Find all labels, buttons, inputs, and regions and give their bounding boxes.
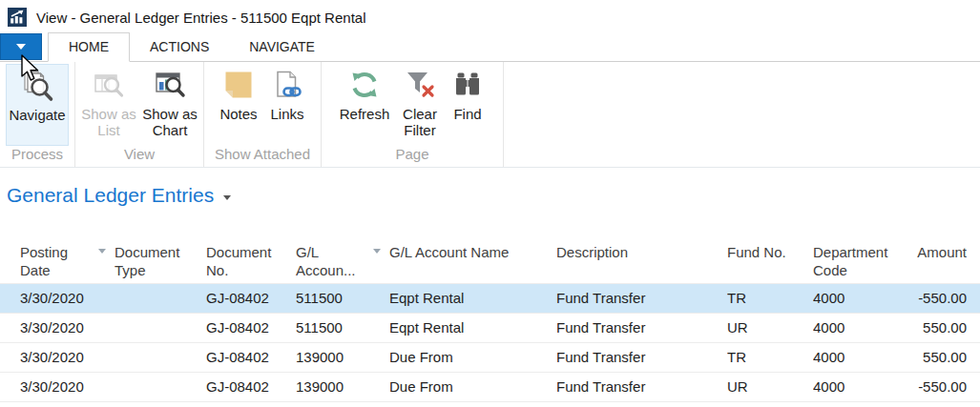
table-row[interactable]: 3/30/2020GJ-08402139000Due FromFund Tran… [0, 373, 980, 402]
find-button-label: Find [453, 106, 481, 122]
cell-amount: -550.00 [897, 373, 980, 401]
show-as-chart-button[interactable]: Show as Chart [140, 64, 199, 144]
cell-posting_date: 3/30/2020 [0, 284, 115, 313]
column-header-label: Posting Date [20, 244, 68, 278]
entries-table-body: 3/30/2020GJ-08402511500Eqpt RentalFund T… [0, 284, 980, 402]
cell-gl_account_name: Eqpt Rental [389, 314, 556, 342]
clear-filter-icon [404, 66, 436, 104]
clear-filter-button[interactable]: Clear Filter [397, 64, 443, 144]
cell-posting_date: 3/30/2020 [0, 343, 115, 372]
ribbon-group-label-show-attached: Show Attached [204, 146, 321, 162]
column-header-description[interactable]: Description [556, 243, 727, 279]
page-title-caret-icon[interactable] [223, 195, 231, 200]
show-as-chart-icon [154, 66, 186, 104]
column-header-label: Document No. [206, 244, 271, 278]
links-icon [272, 66, 302, 104]
cell-fund_no: TR [727, 284, 813, 313]
column-header-label: Document Type [115, 244, 179, 278]
ribbon-group-page: Refresh Clear Filter [322, 62, 504, 167]
cell-document_type [115, 373, 206, 401]
cell-fund_no: UR [727, 373, 813, 401]
table-header-row: Posting DateDocument TypeDocument No.G/L… [0, 237, 980, 284]
window-title: View - General Ledger Entries - 511500 E… [36, 10, 365, 26]
navigate-icon [20, 67, 54, 105]
cell-department_code: 4000 [813, 314, 897, 342]
refresh-button[interactable]: Refresh [334, 64, 395, 144]
cell-gl_account_no: 511500 [296, 284, 389, 313]
cell-document_no: GJ-08402 [206, 373, 296, 401]
table-row[interactable]: 3/30/2020GJ-08402511500Eqpt RentalFund T… [0, 284, 980, 314]
cell-document_type [115, 343, 206, 372]
find-icon [451, 66, 484, 104]
column-header-label: G/L Accoun... [296, 244, 356, 278]
links-button[interactable]: Links [264, 64, 310, 144]
cell-amount: 550.00 [897, 343, 980, 372]
application-menu-button[interactable] [0, 33, 42, 60]
ribbon-group-label-page: Page [322, 146, 503, 162]
show-as-chart-button-label: Show as Chart [140, 106, 199, 138]
ribbon-group-label-view: View [75, 146, 203, 162]
clear-filter-button-label: Clear Filter [397, 106, 443, 138]
cell-amount: -550.00 [897, 284, 980, 313]
column-header-label: G/L Account Name [389, 244, 509, 260]
table-row[interactable]: 3/30/2020GJ-08402139000Due FromFund Tran… [0, 343, 980, 373]
column-header-label: Fund No. [727, 244, 786, 260]
column-header-amount[interactable]: Amount [897, 243, 980, 279]
general-ledger-entries-table: Posting DateDocument TypeDocument No.G/L… [0, 237, 980, 402]
ribbon-group-label-process: Process [0, 146, 74, 162]
ribbon-group-view: Show as List Show as Chart View [75, 62, 204, 167]
cell-gl_account_name: Eqpt Rental [389, 284, 556, 313]
refresh-icon [348, 66, 381, 104]
cell-description: Fund Transfer [556, 314, 727, 342]
tab-home[interactable]: HOME [48, 32, 130, 62]
notes-button[interactable]: Notes [215, 64, 262, 144]
column-header-label: Description [556, 244, 628, 260]
tab-navigate[interactable]: NAVIGATE [229, 33, 335, 61]
cell-gl_account_name: Due From [389, 343, 556, 372]
column-header-fund_no[interactable]: Fund No. [727, 243, 813, 279]
sort-arrow-icon [373, 249, 381, 254]
cell-description: Fund Transfer [556, 373, 727, 401]
column-header-gl_account_no[interactable]: G/L Accoun... [296, 243, 389, 279]
titlebar: View - General Ledger Entries - 511500 E… [0, 0, 980, 34]
navigate-button[interactable]: Navigate [6, 64, 69, 146]
column-header-label: Amount [917, 244, 967, 260]
cell-document_type [115, 314, 206, 342]
application-window: View - General Ledger Entries - 511500 E… [0, 0, 980, 407]
page-title: General Ledger Entries [7, 184, 214, 207]
show-as-list-button: Show as List [79, 64, 138, 144]
column-header-label: Department Code [813, 244, 887, 278]
cell-department_code: 4000 [813, 373, 897, 401]
notes-icon [223, 66, 254, 104]
cell-fund_no: UR [727, 314, 813, 342]
cell-department_code: 4000 [813, 284, 897, 313]
column-header-document_type[interactable]: Document Type [115, 243, 206, 279]
cell-fund_no: TR [727, 343, 813, 372]
ribbon: Navigate Process Show as List [0, 62, 980, 168]
cell-gl_account_no: 511500 [296, 314, 389, 342]
column-header-document_no[interactable]: Document No. [206, 243, 296, 279]
cell-gl_account_name: Due From [389, 373, 556, 401]
links-button-label: Links [270, 106, 303, 122]
cell-posting_date: 3/30/2020 [0, 373, 115, 401]
cell-document_no: GJ-08402 [206, 343, 296, 372]
cell-department_code: 4000 [813, 343, 897, 372]
tab-actions[interactable]: ACTIONS [130, 33, 229, 61]
navigate-button-label: Navigate [9, 107, 65, 123]
column-header-posting_date[interactable]: Posting Date [0, 243, 115, 279]
show-as-list-icon [93, 66, 125, 104]
cell-gl_account_no: 139000 [296, 373, 389, 401]
page-header: General Ledger Entries [0, 168, 980, 207]
cell-document_type [115, 284, 206, 313]
ribbon-group-process: Navigate Process [0, 62, 75, 167]
cell-document_no: GJ-08402 [206, 284, 296, 313]
cell-description: Fund Transfer [556, 284, 727, 313]
cell-posting_date: 3/30/2020 [0, 314, 115, 342]
cell-description: Fund Transfer [556, 343, 727, 372]
cell-amount: 550.00 [897, 314, 980, 342]
ribbon-group-show-attached: Notes Links Show Attached [204, 62, 322, 167]
column-header-department_code[interactable]: Department Code [813, 243, 897, 279]
table-row[interactable]: 3/30/2020GJ-08402511500Eqpt RentalFund T… [0, 314, 980, 343]
column-header-gl_account_name[interactable]: G/L Account Name [389, 243, 556, 279]
find-button[interactable]: Find [445, 64, 490, 144]
